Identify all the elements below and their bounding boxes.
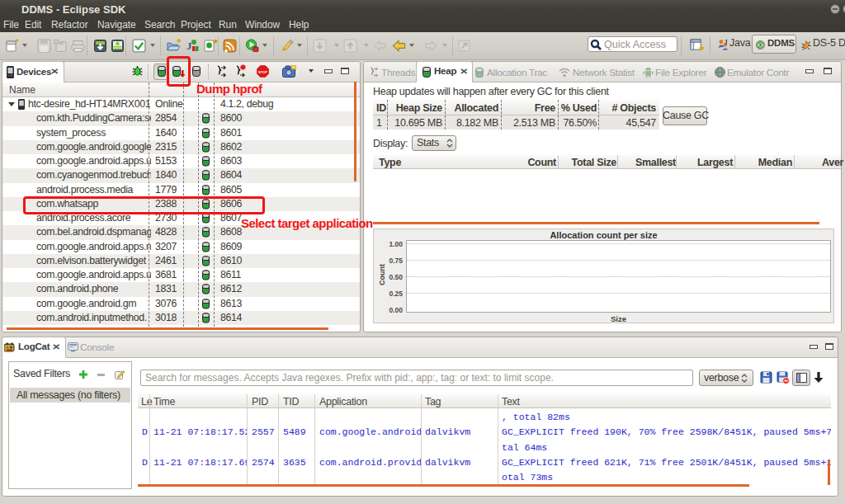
svg-text:J: J — [725, 39, 728, 46]
svg-text:J: J — [186, 40, 192, 52]
svg-text:STOP: STOP — [258, 70, 267, 74]
